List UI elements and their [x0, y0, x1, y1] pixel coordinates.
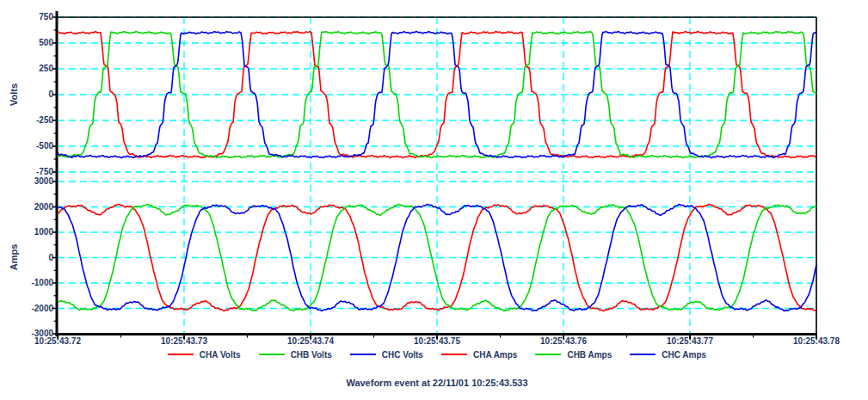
- legend-label: CHB Amps: [567, 350, 612, 360]
- legend-item-chb-amps: CHB Amps: [535, 350, 612, 360]
- time-tick-label: 10:25:43.76: [525, 336, 602, 347]
- time-tick-label: 10:25:43.78: [778, 336, 855, 347]
- legend-line-swatch: [535, 354, 561, 355]
- legend-label: CHC Volts: [382, 350, 423, 360]
- legend-item-cha-volts: CHA Volts: [168, 350, 241, 360]
- volts-axis-title: Volts: [9, 83, 19, 106]
- legend-label: CHC Amps: [662, 350, 706, 360]
- y-tick-label: 1000: [0, 227, 53, 237]
- legend-item-cha-amps: CHA Amps: [441, 350, 517, 360]
- chart-title: Waveform event at 22/11/01 10:25:43.533: [58, 378, 816, 388]
- legend-line-swatch: [259, 354, 285, 355]
- legend-line-swatch: [630, 354, 656, 355]
- legend-line-swatch: [168, 354, 194, 355]
- y-tick-label: -500: [0, 141, 53, 151]
- time-tick-label: 10:25:43.77: [651, 336, 729, 347]
- y-tick-label: -1000: [0, 278, 53, 288]
- legend-label: CHB Volts: [291, 350, 332, 360]
- y-tick-label: -250: [0, 115, 53, 126]
- y-tick-label: 250: [0, 64, 53, 74]
- time-tick-label: 10:25:43.75: [398, 336, 476, 347]
- time-tick-label: 10:25:43.74: [272, 336, 349, 347]
- y-tick-label: 2000: [0, 202, 53, 212]
- legend-label: CHA Volts: [200, 350, 241, 360]
- y-tick-label: 3000: [0, 176, 53, 187]
- time-tick-label: 10:25:43.72: [19, 336, 96, 347]
- legend-line-swatch: [441, 354, 467, 355]
- amps-axis-title: Amps: [9, 244, 19, 271]
- legend-label: CHA Amps: [473, 350, 517, 360]
- y-tick-label: 750: [0, 12, 53, 22]
- y-tick-label: 500: [0, 38, 53, 48]
- legend-item-chc-amps: CHC Amps: [630, 350, 706, 360]
- y-tick-label: -2000: [0, 304, 53, 314]
- time-tick-label: 10:25:43.73: [145, 336, 223, 347]
- legend-line-swatch: [350, 354, 376, 355]
- legend: CHA VoltsCHB VoltsCHC VoltsCHA AmpsCHB A…: [58, 348, 816, 361]
- legend-item-chc-volts: CHC Volts: [350, 350, 423, 360]
- legend-item-chb-volts: CHB Volts: [259, 350, 332, 360]
- waveform-chart-window: 7505002500-250-500-750 3000200010000-100…: [0, 0, 868, 400]
